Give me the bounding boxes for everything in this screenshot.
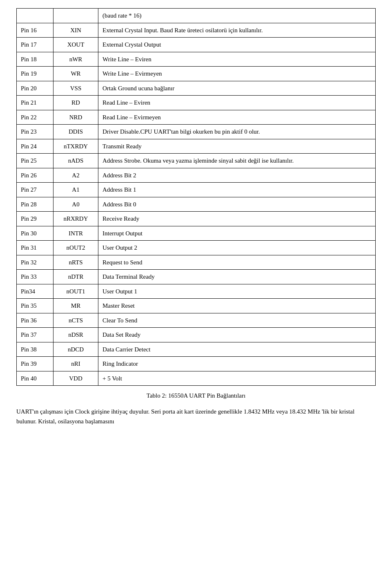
pin-number: Pin 32: [17, 255, 53, 270]
pin-number: Pin 22: [17, 110, 53, 125]
pin-number: Pin 33: [17, 270, 53, 284]
table-row: Pin 35MRMaster Reset: [17, 299, 376, 313]
pin-name: WR: [53, 67, 98, 81]
pin-name: nRTS: [53, 255, 98, 270]
table-row: Pin 26A2Address Bit 2: [17, 168, 376, 183]
pin-number: Pin 27: [17, 183, 53, 197]
pin-number: Pin 25: [17, 154, 53, 168]
pin-description: External Crystal Output: [98, 38, 376, 52]
pin-number: Pin34: [17, 284, 53, 299]
pin-description: Data Set Ready: [98, 328, 376, 342]
pin-description: Driver Disable.CPU UART'tan bilgi okurke…: [98, 125, 376, 139]
pin-description: Address Strobe. Okuma veya yazma işlemin…: [98, 154, 376, 168]
pin-description: Receive Ready: [98, 212, 376, 226]
pin-description: Address Bit 2: [98, 168, 376, 183]
pin-number: Pin 35: [17, 299, 53, 313]
pin-name: RD: [53, 96, 98, 110]
pin-number: Pin 38: [17, 342, 53, 357]
pin-number: Pin 18: [17, 52, 53, 67]
pin-name: INTR: [53, 226, 98, 241]
pin-number: Pin 24: [17, 139, 53, 154]
pin-name: nADS: [53, 154, 98, 168]
pin-name: nRI: [53, 357, 98, 371]
table-row: Pin 20VSSOrtak Ground ucuna bağlanır: [17, 81, 376, 96]
pin-name: DDIS: [53, 125, 98, 139]
table-row: Pin 38nDCDData Carrier Detect: [17, 342, 376, 357]
pin-description: User Output 2: [98, 241, 376, 255]
pin-description: User Output 1: [98, 284, 376, 299]
pin-number: Pin 29: [17, 212, 53, 226]
table-row: Pin 19WRWrite Line – Evirmeyen: [17, 67, 376, 81]
pin-number: Pin 17: [17, 38, 53, 52]
pin-description: Transmit Ready: [98, 139, 376, 154]
table-row: Pin 27A1Address Bit 1: [17, 183, 376, 197]
pin-description: Write Line – Evirmeyen: [98, 67, 376, 81]
table-row: Pin 28A0Address Bit 0: [17, 197, 376, 212]
pin-description: Read Line – Eviren: [98, 96, 376, 110]
table-row: Pin 33nDTRData Terminal Ready: [17, 270, 376, 284]
table-row: Pin 22NRDRead Line – Evirmeyen: [17, 110, 376, 125]
table-row: Pin34nOUT1User Output 1: [17, 284, 376, 299]
pin-name: VDD: [53, 371, 98, 386]
pin-number: Pin 23: [17, 125, 53, 139]
pin-name: nRXRDY: [53, 212, 98, 226]
pin-number: [17, 9, 53, 23]
table-row: Pin 29nRXRDYReceive Ready: [17, 212, 376, 226]
pin-name: A0: [53, 197, 98, 212]
pin-name: nDSR: [53, 328, 98, 342]
pin-number: Pin 19: [17, 67, 53, 81]
pin-name: nCTS: [53, 313, 98, 328]
pin-number: Pin 30: [17, 226, 53, 241]
pin-name: nOUT2: [53, 241, 98, 255]
table-row: Pin 21RDRead Line – Eviren: [17, 96, 376, 110]
pin-name: A1: [53, 183, 98, 197]
pin-table-container: (baud rate * 16)Pin 16XINExternal Crysta…: [16, 8, 376, 386]
pin-name: nOUT1: [53, 284, 98, 299]
pin-name: A2: [53, 168, 98, 183]
table-row: Pin 40VDD+ 5 Volt: [17, 371, 376, 386]
pin-name: NRD: [53, 110, 98, 125]
pin-description: Data Carrier Detect: [98, 342, 376, 357]
table-row: Pin 23DDISDriver Disable.CPU UART'tan bi…: [17, 125, 376, 139]
pin-description: + 5 Volt: [98, 371, 376, 386]
pin-description: Clear To Send: [98, 313, 376, 328]
pin-description: Address Bit 0: [98, 197, 376, 212]
pin-name: XOUT: [53, 38, 98, 52]
pin-description: Address Bit 1: [98, 183, 376, 197]
pin-name: XIN: [53, 23, 98, 38]
footer-text: UART'ın çalışması için Clock girişine ih…: [16, 407, 376, 426]
pin-description: Ring Indicator: [98, 357, 376, 371]
table-row: Pin 31nOUT2User Output 2: [17, 241, 376, 255]
pin-description: Interrupt Output: [98, 226, 376, 241]
table-row: (baud rate * 16): [17, 9, 376, 23]
table-row: Pin 39nRIRing Indicator: [17, 357, 376, 371]
table-row: Pin 36nCTSClear To Send: [17, 313, 376, 328]
table-caption: Tablo 2: 16550A UART Pin Bağlantıları: [16, 392, 376, 399]
pin-number: Pin 37: [17, 328, 53, 342]
pin-name: nTXRDY: [53, 139, 98, 154]
pin-number: Pin 31: [17, 241, 53, 255]
pin-description: Ortak Ground ucuna bağlanır: [98, 81, 376, 96]
pin-description: Write Line – Eviren: [98, 52, 376, 67]
pin-name: nDCD: [53, 342, 98, 357]
pin-number: Pin 36: [17, 313, 53, 328]
table-row: Pin 32nRTSRequest to Send: [17, 255, 376, 270]
pin-description: Request to Send: [98, 255, 376, 270]
pin-description: Master Reset: [98, 299, 376, 313]
pin-number: Pin 39: [17, 357, 53, 371]
pin-number: Pin 16: [17, 23, 53, 38]
table-row: Pin 24nTXRDYTransmit Ready: [17, 139, 376, 154]
pin-table: (baud rate * 16)Pin 16XINExternal Crysta…: [16, 8, 376, 386]
pin-name: [53, 9, 98, 23]
pin-number: Pin 28: [17, 197, 53, 212]
pin-name: MR: [53, 299, 98, 313]
pin-number: Pin 21: [17, 96, 53, 110]
pin-description: (baud rate * 16): [98, 9, 376, 23]
table-row: Pin 18nWRWrite Line – Eviren: [17, 52, 376, 67]
pin-description: Read Line – Evirmeyen: [98, 110, 376, 125]
table-row: Pin 25nADSAddress Strobe. Okuma veya yaz…: [17, 154, 376, 168]
table-row: Pin 17XOUTExternal Crystal Output: [17, 38, 376, 52]
table-row: Pin 16XINExternal Crystal Input. Baud Ra…: [17, 23, 376, 38]
pin-name: nDTR: [53, 270, 98, 284]
table-row: Pin 37nDSRData Set Ready: [17, 328, 376, 342]
